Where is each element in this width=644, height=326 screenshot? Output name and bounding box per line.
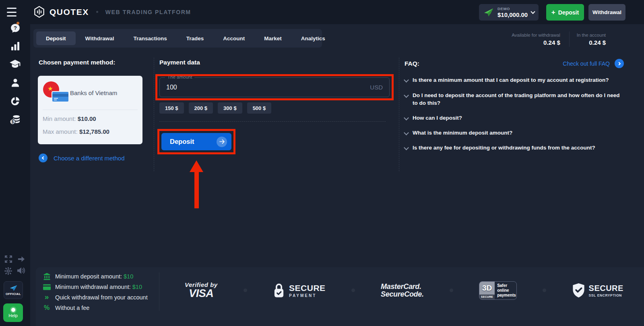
help-chat-icon: ? [10,23,21,33]
quick-amounts: 150 $ 200 $ 300 $ 500 $ [159,102,271,114]
telegram-plane-icon [10,285,17,291]
annotation-box-deposit [157,129,235,154]
in-the-account: In the account 0.24 $ [577,33,606,46]
faq-title: FAQ: [405,60,419,67]
footer-feature-no-fee: % Without a fee [43,303,89,312]
choose-different-method-link[interactable]: Choose a different method [39,154,125,162]
help-button[interactable]: Help [3,303,23,322]
sidebar-item-deposit[interactable]: $ [0,114,30,125]
sidebar: ? [0,0,30,326]
min-amount-row: Min amount: $10.00 [43,115,96,122]
payment-data-title: Payment data [159,59,200,66]
faq-question-5[interactable]: Is there any fee for depositing or withd… [405,144,625,152]
pie-chart-icon [10,96,20,106]
min-withdrawal-value: $10 [132,284,142,290]
quick-amount-150[interactable]: 150 $ [159,102,184,114]
hamburger-menu-icon[interactable] [7,8,17,17]
max-amount-row: Max amount: $12,785.00 [43,128,109,135]
mastercard-securecode-badge: MasterCard. SecureCode. [381,283,424,298]
brand: QUOTEX WEB TRADING PLATFORM [34,6,191,18]
platform-subtitle: WEB TRADING PLATFORM [105,9,191,15]
chevron-down-icon [404,77,409,83]
badge-separator-dot [244,289,247,292]
account-balance: $10,000.00 [497,11,531,18]
badge-separator-dot [543,289,546,292]
quick-amount-300[interactable]: 300 $ [218,102,242,114]
coins-icon: $ [10,114,21,125]
3d-secure-badge: 3D SECURE Safer online payments [479,281,517,300]
payment-section-divider [159,121,386,122]
paper-plane-icon [484,8,493,17]
verified-by-visa-badge: Verified by VISA [185,281,218,300]
separator-dot [96,11,98,13]
footer-feature-min-withdrawal: Minimum withdrawal amount: $10 [43,282,142,291]
tab-analytics[interactable]: Analytics [291,31,335,45]
tab-trades[interactable]: Trades [177,31,214,45]
quick-amount-200[interactable]: 200 $ [189,102,213,114]
double-chevron-icon: » [43,293,51,301]
quick-amount-500[interactable]: 500 $ [247,102,272,114]
padlock-icon [273,283,285,298]
account-type-label: DEMO [497,6,531,11]
faq-question-1[interactable]: Is there a minimum amount that I can dep… [405,77,625,84]
chevron-down-icon [530,9,535,14]
footer-feature-quick-withdrawal: » Quick withdrawal from your account [43,293,148,302]
chevron-left-circle-icon [39,154,47,162]
chevron-down-icon [404,93,409,98]
sidebar-item-analytics[interactable] [0,96,30,106]
official-telegram-badge[interactable]: OFFICIAL [4,281,23,299]
svg-text:$: $ [11,120,14,124]
quotex-deposit-page: QUOTEX WEB TRADING PLATFORM DEMO $10,000… [0,0,644,326]
card-divider [43,110,138,110]
arrow-right-panel-icon[interactable] [6,255,36,263]
bank-icon [43,273,51,280]
annotation-arrow-head [190,160,203,172]
payment-method-name: Banks of Vietnam [70,89,117,96]
sidebar-item-trading[interactable] [0,42,30,51]
faq-question-2[interactable]: Do I need to deposit the account of the … [405,92,625,107]
tab-deposit[interactable]: Deposit [36,31,76,45]
badge-separator-dot [450,289,453,292]
footer: Minimum deposit amount: $10 Minimum with… [36,267,644,326]
faq-question-3[interactable]: How can I deposit? [405,114,625,122]
tab-withdrawal[interactable]: Withdrawal [76,31,124,45]
chevron-down-icon [404,145,409,150]
check-full-faq-link[interactable]: Check out full FAQ [563,59,624,68]
plus-icon: + [551,9,555,16]
balance-summary: Available for withdrawal 0.24 $ In the a… [463,31,624,48]
graduation-cap-icon [10,60,21,69]
footer-feature-min-deposit: Minimum deposit amount: $10 [43,272,133,281]
percent-icon: % [43,304,51,311]
max-amount-value: $12,785.00 [79,128,109,135]
brand-name: QUOTEX [50,7,89,17]
annotation-box-amount [155,74,394,100]
sound-volume-icon[interactable] [6,266,36,275]
badge-separator-dot [351,289,355,292]
person-icon [10,78,20,88]
banks-of-vietnam-icon: ★ [43,81,66,104]
available-for-withdrawal: Available for withdrawal 0.24 $ [512,33,560,46]
header-withdrawal-button[interactable]: Withdrawal [588,4,625,21]
chevron-right-circle-icon [615,59,624,68]
tab-transactions[interactable]: Transactions [124,31,176,45]
footer-divider [159,272,159,311]
faq-header: FAQ: Check out full FAQ [405,59,624,68]
chevron-down-icon [404,115,409,120]
annotation-arrow-shaft [194,171,199,208]
shield-check-icon [572,283,585,298]
quotex-logo-icon [34,6,45,18]
account-selector[interactable]: DEMO $10,000.00 [479,4,539,21]
sidebar-item-education[interactable] [0,60,30,69]
min-deposit-value: $10 [124,273,133,280]
secure-payment-badge: SECURE PAYMENT [273,283,326,298]
tab-market[interactable]: Market [254,31,291,45]
sidebar-item-support[interactable]: ? [0,23,30,33]
column-divider-left [154,58,154,171]
top-bar: QUOTEX WEB TRADING PLATFORM DEMO $10,000… [0,0,644,24]
section-tabbar: Deposit Withdrawal Transactions Trades A… [33,29,322,48]
sidebar-item-account[interactable] [0,78,30,88]
tab-account[interactable]: Account [213,31,254,45]
bar-chart-icon [10,42,20,51]
header-deposit-button[interactable]: + Deposit [546,4,584,21]
faq-question-4[interactable]: What is the minimum deposit amount? [405,129,625,137]
